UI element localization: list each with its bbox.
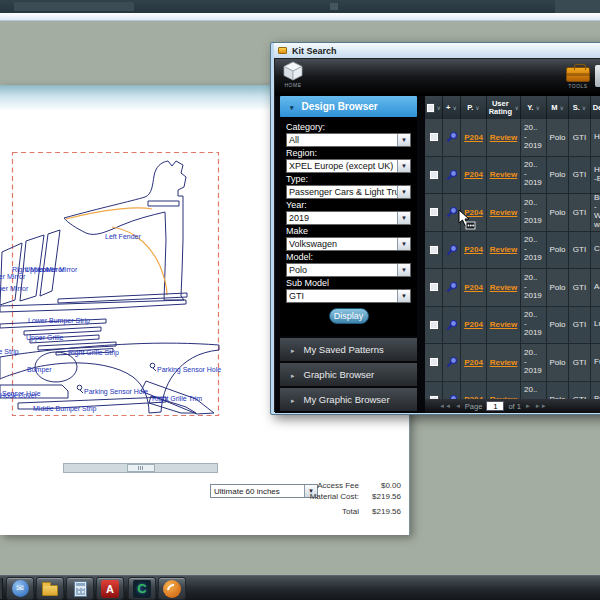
magnifier-icon[interactable] [446,356,458,368]
col-pattern[interactable]: P. [461,96,487,119]
taskbar-button-explorer[interactable] [36,577,64,600]
model-dropdown[interactable]: Polo [286,263,411,277]
row-magnifier-cell [443,382,461,400]
sort-arrow-icon[interactable] [535,104,539,112]
review-link[interactable]: Review [490,358,518,367]
col-year[interactable]: Y. [521,96,547,119]
section-my-saved-patterns[interactable]: My Saved Patterns [280,338,417,361]
row-checkbox[interactable] [429,282,439,292]
window-icon [278,47,287,54]
taskbar-button-draw-app[interactable] [158,577,186,600]
col-submodel[interactable]: S. [569,96,591,119]
pattern-link[interactable]: P204 [464,358,483,367]
sort-arrow-icon[interactable] [515,104,519,112]
make-cell: Polo [547,157,569,194]
home-button[interactable]: HOME [278,61,308,94]
tools-button[interactable]: TOOLS [563,61,593,94]
design-browser-header[interactable]: Design Browser [280,96,417,117]
tools-icon [566,67,590,82]
section-my-graphic-browser[interactable]: My Graphic Browser [280,388,417,411]
magnifier-icon[interactable] [446,319,458,331]
col-label: User Rating [488,100,513,116]
table-row[interactable]: P204 Review 20.. - 2019 Polo GTI He -B [425,157,600,195]
pattern-link[interactable]: P204 [464,133,483,142]
review-link[interactable]: Review [490,320,518,329]
table-row[interactable]: P204 Review 20.. - 2019 Polo GTI A- [425,269,600,307]
horizontal-scrollbar[interactable] [63,463,218,473]
review-link[interactable]: Review [490,133,518,142]
col-select-all[interactable] [425,96,443,119]
col-add[interactable]: + [443,96,461,119]
table-row[interactable]: P204 Review 20.. - 2019 Polo GTI Ho [425,119,600,157]
row-checkbox[interactable] [429,170,439,180]
taskbar-button-pdf[interactable] [96,577,124,600]
region-dropdown[interactable]: XPEL Europe (except UK) [286,159,411,173]
dropdown-arrow-icon[interactable] [397,264,410,276]
part-label: Parking Sensor Hole [157,366,221,374]
dropdown-arrow-icon[interactable] [397,290,410,302]
taskbar-button-calculator[interactable] [66,577,94,600]
submodel-dropdown[interactable]: GTI [286,289,411,303]
submodel-cell: GTI [569,344,591,381]
taskbar-button-mail[interactable] [6,577,34,600]
dropdown-arrow-icon[interactable] [397,160,410,172]
description-cell: He -B [591,157,600,194]
table-row[interactable]: P204 Review 20.. - 2019 Polo GTI Bu [425,382,600,400]
col-make[interactable]: M [547,96,569,119]
dropdown-arrow-icon[interactable] [397,212,410,224]
category-dropdown[interactable]: All [286,133,411,147]
pattern-link[interactable]: P204 [464,320,483,329]
col-description[interactable]: De [591,96,600,119]
draw-app-icon [163,580,181,598]
table-row[interactable]: P204 Review 20.. - 2019 Polo GTI C- [425,232,600,270]
row-checkbox-cell [425,194,443,231]
row-checkbox-cell [425,269,443,306]
pattern-link[interactable]: P204 [464,245,483,254]
make-cell: Polo [547,119,569,156]
display-button[interactable]: Display [329,308,369,324]
pager-next-icon[interactable]: ► [525,403,531,409]
row-checkbox[interactable] [429,207,439,217]
sort-arrow-icon[interactable] [452,104,456,112]
review-link[interactable]: Review [490,245,518,254]
row-checkbox[interactable] [429,245,439,255]
magnifier-icon[interactable] [446,206,458,218]
pattern-link[interactable]: P204 [464,170,483,179]
table-row[interactable]: P204 Review 20.. - 2019 Polo GTI Lu [425,307,600,345]
sort-arrow-icon[interactable] [475,104,479,112]
table-row[interactable]: P204 Review 20.. - 2019 Polo GTI Fu [425,344,600,382]
table-row[interactable]: P204 Review 20.. - 2019 Polo GTI Bu -W w… [425,194,600,232]
section-graphic-browser[interactable]: Graphic Browser [280,363,417,386]
row-checkbox[interactable] [429,320,439,330]
select-all-checkbox[interactable] [426,103,435,113]
pager-first-icon[interactable]: ◄◄ [439,403,451,409]
magnifier-icon[interactable] [446,169,458,181]
make-dropdown[interactable]: Volkswagen [286,237,411,251]
magnifier-icon[interactable] [446,281,458,293]
magnifier-icon[interactable] [446,131,458,143]
sort-arrow-icon[interactable] [437,104,441,112]
dropdown-arrow-icon[interactable] [397,134,410,146]
dropdown-arrow-icon[interactable] [397,238,410,250]
pager-prev-icon[interactable]: ◄ [455,403,461,409]
taskbar-button-c-app[interactable] [128,577,156,600]
pager-last-icon[interactable]: ►► [535,403,547,409]
review-link[interactable]: Review [490,208,518,217]
dropdown-arrow-icon[interactable] [397,186,410,198]
pattern-link[interactable]: P204 [464,283,483,292]
review-link[interactable]: Review [490,283,518,292]
magnifier-icon[interactable] [446,244,458,256]
year-dropdown[interactable]: 2019 [286,211,411,225]
kit-search-titlebar[interactable]: Kit Search [274,43,600,58]
row-checkbox[interactable] [429,357,439,367]
description-cell: Ho [591,119,600,156]
page-number-input[interactable] [486,401,504,411]
sort-arrow-icon[interactable] [559,104,563,112]
type-dropdown[interactable]: Passenger Cars & Light Trucks [286,185,411,199]
col-user-rating[interactable]: User Rating [487,96,521,119]
row-checkbox[interactable] [429,132,439,142]
scrollbar-thumb[interactable] [127,464,155,472]
background-window-titlebar [0,0,600,13]
sort-arrow-icon[interactable] [582,104,586,112]
review-link[interactable]: Review [490,170,518,179]
